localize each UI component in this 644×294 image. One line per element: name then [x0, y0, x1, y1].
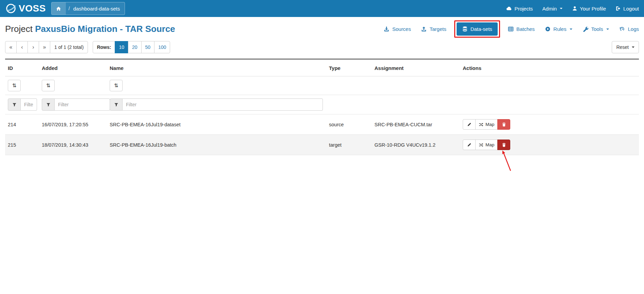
tab-logs[interactable]: Logs	[619, 26, 639, 32]
column-header-added: Added	[39, 59, 107, 76]
sort-button-name[interactable]: ⇅	[110, 80, 123, 91]
tab-data-sets-wrapper: Data-sets	[457, 22, 498, 36]
upload-icon	[421, 26, 427, 32]
first-page-button[interactable]: «	[5, 41, 17, 53]
tab-logs-label: Logs	[628, 26, 639, 32]
added-filter-input[interactable]	[55, 98, 110, 111]
last-page-button[interactable]: »	[39, 41, 50, 53]
sort-icon: ⇅	[12, 82, 17, 89]
tab-data-sets-label: Data-sets	[471, 26, 492, 32]
reset-button[interactable]: Reset	[612, 41, 639, 53]
page-nav-group: « ‹ › » 1 of 1 (2 total)	[5, 41, 88, 53]
home-button[interactable]	[52, 2, 66, 15]
table-row: 215 18/07/2019, 14:30:43 SRC-PB-EMEA-16J…	[5, 135, 639, 155]
download-icon	[384, 26, 389, 32]
map-button[interactable]: Map	[475, 140, 498, 150]
rows-option-20[interactable]: 20	[128, 41, 142, 53]
prev-page-button[interactable]: ‹	[16, 41, 28, 53]
project-nav: Sources Targets Data-sets	[384, 22, 639, 36]
table-header-row: ID Added Name Type Assignment Actions	[5, 59, 639, 76]
tab-targets-label: Targets	[429, 26, 446, 32]
sort-icon: ⇅	[114, 82, 118, 89]
page-header: Project PaxusBio Migration - TAR Source …	[0, 17, 644, 40]
rows-option-50[interactable]: 50	[141, 41, 155, 53]
nav-projects-label: Projects	[514, 6, 533, 12]
voss-logo-icon	[5, 3, 17, 14]
tab-rules[interactable]: Rules	[545, 26, 572, 32]
home-icon	[56, 6, 61, 11]
column-header-id: ID	[5, 59, 39, 76]
cell-added: 18/07/2019, 14:30:43	[39, 135, 107, 155]
wrench-icon	[583, 26, 588, 32]
column-header-type: Type	[326, 59, 372, 76]
cell-type: source	[326, 114, 372, 135]
nav-logout-label: Logout	[623, 6, 639, 12]
tab-batches-label: Batches	[516, 26, 535, 32]
column-header-name: Name	[107, 59, 326, 76]
datasets-table-container: ID Added Name Type Assignment Actions ⇅ …	[0, 59, 644, 155]
cell-name: SRC-PB-EMEA-16Jul19-dataset	[107, 114, 326, 135]
nav-logout[interactable]: Logout	[615, 6, 639, 12]
filter-row	[5, 95, 639, 114]
name-filter-button[interactable]	[110, 98, 123, 111]
sort-button-id[interactable]: ⇅	[8, 80, 21, 91]
nav-admin[interactable]: Admin	[542, 6, 563, 12]
rows-option-100[interactable]: 100	[154, 41, 170, 53]
map-button-label: Map	[485, 122, 494, 127]
sort-icon: ⇅	[46, 82, 51, 89]
navbar-left: VOSS / dashboard-data-sets	[5, 2, 125, 15]
tab-tools-label: Tools	[591, 26, 603, 32]
pencil-icon	[467, 143, 472, 147]
nav-your-profile[interactable]: Your Profile	[572, 6, 606, 12]
page-status: 1 of 1 (2 total)	[50, 41, 88, 53]
tab-data-sets[interactable]: Data-sets	[457, 22, 498, 36]
shuffle-icon	[479, 122, 483, 127]
tab-rules-label: Rules	[553, 26, 566, 32]
cell-assignment: GSR-10-RDG V4UCv19.1.2	[372, 135, 460, 155]
rows-label: Rows:	[93, 41, 115, 53]
map-button[interactable]: Map	[475, 119, 498, 130]
rows-per-page-group: Rows: 10 20 50 100	[93, 41, 170, 53]
table-row: 214 16/07/2019, 17:20:55 SRC-PB-EMEA-16J…	[5, 114, 639, 135]
project-name: PaxusBio Migration - TAR Source	[35, 24, 175, 34]
added-filter-button[interactable]	[42, 98, 55, 111]
history-icon	[619, 26, 625, 32]
name-filter-input[interactable]	[123, 98, 323, 111]
id-filter-group	[8, 98, 37, 111]
breadcrumb: / dashboard-data-sets	[51, 2, 125, 15]
cell-assignment: SRC-PB-EMEA-CUCM.tar	[372, 114, 460, 135]
delete-button[interactable]	[497, 140, 510, 150]
tab-targets[interactable]: Targets	[421, 26, 446, 32]
top-navbar: VOSS / dashboard-data-sets Projects	[0, 0, 644, 17]
row-actions: Map	[463, 140, 510, 150]
voss-brand[interactable]: VOSS	[5, 3, 46, 14]
delete-button[interactable]	[497, 119, 510, 130]
edit-button[interactable]	[463, 140, 476, 150]
tab-tools[interactable]: Tools	[583, 26, 609, 32]
cell-type: target	[326, 135, 372, 155]
breadcrumb-current[interactable]: dashboard-data-sets	[73, 2, 125, 15]
tab-batches[interactable]: Batches	[508, 26, 535, 32]
nav-projects[interactable]: Projects	[506, 6, 533, 12]
cell-id: 214	[5, 114, 39, 135]
tab-sources-label: Sources	[392, 26, 411, 32]
datasets-table: ID Added Name Type Assignment Actions ⇅ …	[5, 59, 639, 155]
cloud-icon	[506, 6, 512, 12]
id-filter-button[interactable]	[8, 98, 21, 111]
caret-down-icon	[632, 47, 634, 48]
tab-sources[interactable]: Sources	[384, 26, 411, 32]
funnel-icon	[114, 103, 118, 107]
id-filter-input[interactable]	[21, 98, 37, 111]
page-title: Project PaxusBio Migration - TAR Source	[5, 24, 175, 34]
nav-admin-label: Admin	[542, 6, 557, 12]
cell-id: 215	[5, 135, 39, 155]
next-page-button[interactable]: ›	[27, 41, 39, 53]
edit-button[interactable]	[463, 119, 476, 130]
funnel-icon	[46, 103, 51, 107]
name-filter-group	[110, 98, 323, 111]
rows-option-10[interactable]: 10	[115, 41, 128, 53]
sort-button-added[interactable]: ⇅	[42, 80, 55, 91]
caret-down-icon	[570, 29, 572, 30]
column-header-actions: Actions	[460, 59, 639, 76]
navbar-right: Projects Admin Your Profile Logout	[506, 6, 639, 12]
